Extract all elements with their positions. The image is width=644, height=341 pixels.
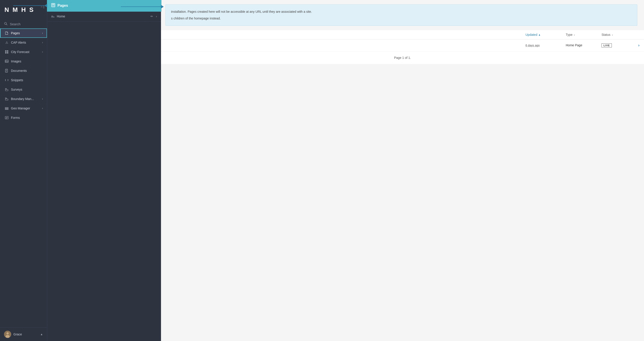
svg-rect-5 — [7, 52, 8, 54]
pages-icon — [5, 31, 9, 35]
info-text-1: installation. Pages created here will no… — [171, 9, 632, 14]
info-text-2: s children of the homepage instead. — [171, 16, 632, 21]
sidebar-item-boundary-manager[interactable]: Boundary Man... › — [0, 94, 47, 104]
col-updated-header[interactable]: Updated ▲ — [526, 33, 566, 37]
search-label: Search — [10, 22, 20, 26]
city-forecast-arrow: › — [42, 50, 43, 54]
logo: N M H S — [0, 0, 47, 20]
sidebar-item-city-forecast-label: City Forecast — [11, 50, 29, 54]
user-menu-chevron: ▲ — [40, 333, 43, 336]
col-type-header[interactable]: Type ⌄ — [566, 33, 602, 37]
svg-rect-13 — [5, 99, 8, 100]
pages-table: Updated ▲ Type ⌄ Status ⌄ 6 days ago Hom… — [161, 30, 644, 64]
sidebar-item-cap-alerts-label: CAP Alerts — [11, 41, 26, 44]
flyout-home-actions: ✏ › — [150, 15, 157, 18]
svg-rect-25 — [52, 17, 54, 18]
edit-icon[interactable]: ✏ — [150, 15, 153, 18]
collapse-sidebar-button[interactable]: ←| — [40, 5, 44, 9]
sidebar-item-geo-manager-label: Geo Manager — [11, 107, 30, 110]
navigate-arrow[interactable]: › — [156, 15, 157, 18]
sidebar-item-images-label: Images — [11, 60, 21, 63]
surveys-icon — [5, 88, 9, 92]
sidebar-item-documents-label: Documents — [11, 69, 27, 73]
sidebar-item-documents[interactable]: Documents — [0, 66, 47, 75]
main-content: installation. Pages created here will no… — [161, 0, 644, 341]
sidebar-item-surveys[interactable]: Surveys — [0, 85, 47, 94]
forms-icon — [5, 116, 9, 120]
info-banner: installation. Pages created here will no… — [166, 5, 637, 26]
user-menu[interactable]: Grace ▲ — [0, 327, 47, 341]
flyout-home-item[interactable]: Home ✏ › — [47, 11, 161, 22]
status-chevron-icon: ⌄ — [611, 33, 613, 36]
flyout-home-icon — [51, 14, 54, 18]
type-label: Type — [566, 33, 572, 37]
sidebar-item-forms-label: Forms — [11, 116, 20, 120]
type-chevron-icon: ⌄ — [573, 33, 575, 36]
row-navigate-arrow[interactable]: › — [633, 43, 640, 48]
user-name: Grace — [14, 332, 22, 336]
svg-rect-2 — [5, 50, 6, 52]
sidebar-item-surveys-label: Surveys — [11, 88, 22, 91]
user-info: Grace — [4, 331, 22, 338]
svg-rect-3 — [7, 50, 8, 52]
sidebar-item-snippets[interactable]: Snippets — [0, 75, 47, 85]
sidebar-nav: Pages ‹ ⚠ CAP Alerts › — [0, 29, 47, 327]
boundary-manager-icon — [5, 97, 9, 101]
search-icon — [4, 22, 8, 26]
flyout-home-label: Home — [57, 15, 65, 18]
svg-point-22 — [6, 332, 9, 334]
sidebar-item-images[interactable]: Images — [0, 57, 47, 66]
flyout-header-icon — [51, 3, 55, 8]
sidebar: ←| N M H S Search Pages ‹ — [0, 0, 47, 341]
updated-label: Updated — [526, 33, 537, 37]
svg-rect-15 — [5, 108, 8, 109]
updated-sort-icon: ▲ — [538, 33, 541, 36]
sidebar-item-pages[interactable]: Pages ‹ — [0, 29, 47, 38]
geo-manager-icon — [5, 106, 9, 110]
sidebar-item-pages-label: Pages — [11, 31, 20, 35]
geo-manager-arrow: › — [42, 107, 43, 110]
sidebar-item-snippets-label: Snippets — [11, 78, 23, 82]
pagination-label: Page 1 of 1. — [394, 56, 411, 60]
col-status-header[interactable]: Status ⌄ — [602, 33, 633, 37]
sidebar-item-boundary-manager-label: Boundary Man... — [11, 97, 34, 101]
sidebar-item-city-forecast[interactable]: City Forecast › — [0, 47, 47, 57]
images-icon — [5, 59, 9, 63]
svg-rect-16 — [5, 109, 8, 110]
boundary-manager-arrow: › — [42, 97, 43, 101]
snippets-icon — [5, 78, 9, 82]
search-item[interactable]: Search — [0, 20, 47, 29]
sidebar-item-geo-manager[interactable]: Geo Manager › — [0, 104, 47, 113]
pages-collapse-arrow: ‹ — [42, 32, 43, 35]
sidebar-item-cap-alerts[interactable]: ⚠ CAP Alerts › — [0, 38, 47, 47]
status-label: Status — [602, 33, 610, 37]
table-footer: Page 1 of 1. — [161, 52, 644, 64]
svg-rect-4 — [5, 52, 6, 54]
row-type: Home Page — [566, 44, 602, 47]
row-status: LIVE — [602, 43, 633, 48]
svg-rect-14 — [5, 107, 8, 108]
sidebar-item-forms[interactable]: Forms — [0, 113, 47, 122]
svg-rect-12 — [5, 90, 8, 91]
flyout-header-label: Pages — [58, 4, 68, 8]
documents-icon — [5, 69, 9, 73]
cap-alerts-arrow: › — [42, 41, 43, 44]
avatar — [4, 331, 11, 338]
svg-line-1 — [6, 24, 7, 25]
cap-alerts-icon: ⚠ — [5, 41, 9, 45]
city-forecast-icon — [5, 50, 9, 54]
table-row[interactable]: 6 days ago Home Page LIVE › — [161, 39, 644, 52]
row-updated: 6 days ago — [526, 44, 566, 47]
flyout-header: Pages — [47, 0, 161, 11]
status-badge: LIVE — [602, 44, 612, 48]
table-header: Updated ▲ Type ⌄ Status ⌄ — [161, 30, 644, 39]
